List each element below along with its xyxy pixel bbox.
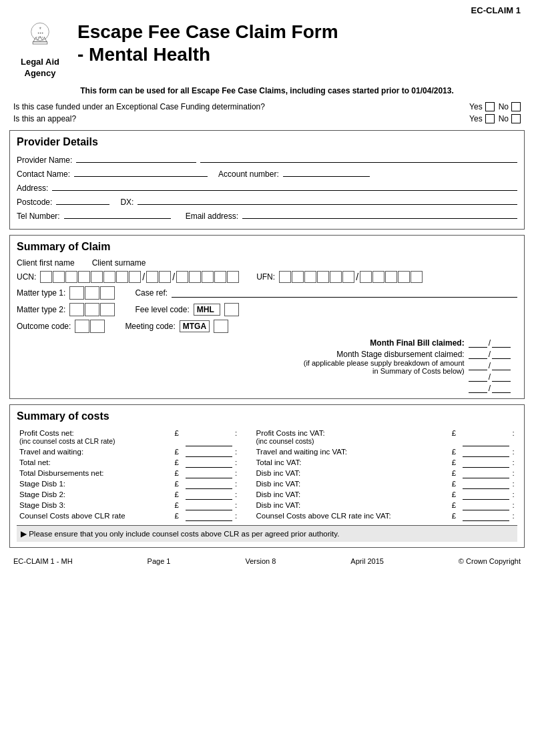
cost-val-left-5[interactable] (186, 489, 232, 500)
cost-label-left-7: Counsel Costs above CLR rate (17, 510, 172, 521)
matter1-box-3[interactable] (100, 286, 115, 300)
ufn-box-10[interactable] (398, 271, 410, 283)
ucn-box-1[interactable] (40, 271, 52, 283)
ucn-box-6[interactable] (103, 271, 115, 283)
fee-level-extra-box[interactable] (224, 303, 239, 316)
month-bill-mm[interactable] (469, 338, 487, 348)
form-ref: EC-CLAIM 1 (0, 0, 534, 15)
postcode-field[interactable] (56, 196, 109, 205)
ucn-box-13[interactable] (202, 271, 214, 283)
ecf-no-checkbox[interactable] (511, 102, 521, 111)
matter1-box-2[interactable] (85, 286, 99, 300)
stage-disb-yy1[interactable] (492, 350, 511, 359)
ufn-box-2[interactable] (292, 271, 304, 283)
meeting-code-extra-box[interactable] (214, 320, 228, 333)
cost-val-left-0[interactable] (186, 428, 232, 446)
account-number-field[interactable] (283, 167, 370, 177)
cost-val-right-1[interactable] (463, 446, 509, 457)
tel-field[interactable] (64, 210, 171, 219)
cost-val-left-7[interactable] (186, 510, 232, 521)
meeting-code-label: Meeting code: (125, 322, 175, 331)
cost-val-left-2[interactable] (186, 457, 232, 468)
month-bill-yy[interactable] (492, 338, 511, 348)
ufn-box-4[interactable] (317, 271, 329, 283)
provider-name-field2[interactable] (200, 153, 517, 163)
ucn-box-4[interactable] (78, 271, 90, 283)
cost-colon-right-0: : (509, 428, 517, 446)
cost-val-right-3[interactable] (463, 468, 509, 478)
address-field[interactable] (52, 181, 517, 191)
ecf-yes-checkbox[interactable] (485, 102, 495, 111)
provider-section-title: Provider Details (17, 136, 517, 148)
cost-val-left-1[interactable] (186, 446, 232, 457)
cost-val-right-6[interactable] (463, 500, 509, 510)
month-stage-note-part1: (if applicable please supply breakdown o… (304, 359, 465, 367)
ufn-box-7[interactable] (360, 271, 372, 283)
cost-val-right-4[interactable] (463, 478, 509, 489)
stage-disb-yy2[interactable] (492, 361, 511, 370)
case-ref-field[interactable] (172, 288, 517, 298)
cost-colon-left-2: : (232, 457, 240, 468)
appeal-question-label: Is this an appeal? (13, 114, 465, 123)
cost-val-right-0[interactable] (463, 428, 509, 446)
stage-disb-mm3[interactable] (469, 372, 487, 382)
ucn-sep1: / (142, 272, 146, 282)
matter2-box-2[interactable] (85, 303, 99, 316)
ucn-box-12[interactable] (189, 271, 201, 283)
cost-val-right-7[interactable] (463, 510, 509, 521)
meeting-code-value[interactable]: MTGA (180, 320, 210, 332)
ucn-box-15[interactable] (227, 271, 239, 283)
ufn-box-11[interactable] (411, 271, 423, 283)
stage-disb-mm1[interactable] (469, 350, 487, 359)
fee-level-value[interactable]: MHL (194, 304, 220, 316)
provider-name-field1[interactable] (76, 153, 196, 163)
appeal-no-checkbox[interactable] (511, 114, 521, 123)
month-stage-row: Month Stage disbursement claimed: (if ap… (304, 350, 511, 393)
appeal-yes-checkbox[interactable] (485, 114, 495, 123)
email-field[interactable] (242, 210, 517, 219)
postcode-label: Postcode: (17, 198, 52, 207)
cost-val-right-5[interactable] (463, 489, 509, 500)
email-label: Email address: (186, 212, 238, 221)
ucn-box-5[interactable] (91, 271, 103, 283)
cost-val-left-3[interactable] (186, 468, 232, 478)
outcome-box-2[interactable] (90, 320, 105, 333)
ucn-box-14[interactable] (214, 271, 226, 283)
contact-name-field[interactable] (74, 167, 208, 177)
ufn-box-1[interactable] (279, 271, 291, 283)
cost-sym-right-2: £ (449, 457, 463, 468)
matter1-box-1[interactable] (69, 286, 84, 300)
cost-val-left-6[interactable] (186, 500, 232, 510)
stage-disb-yy3[interactable] (492, 372, 511, 382)
ufn-box-8[interactable] (372, 271, 384, 283)
ucn-box-7[interactable] (116, 271, 128, 283)
stage-disb-mm2[interactable] (469, 361, 487, 370)
ucn-box-10[interactable] (159, 271, 171, 283)
matter2-box-3[interactable] (100, 303, 115, 316)
matter-type1-label: Matter type 1: (17, 288, 65, 298)
ucn-box-2[interactable] (53, 271, 65, 283)
ufn-box-9[interactable] (385, 271, 397, 283)
cost-label-left-3: Total Disbursements net: (17, 468, 172, 478)
ucn-box-8[interactable] (129, 271, 141, 283)
ufn-box-5[interactable] (330, 271, 342, 283)
matter2-feelevel-row: Matter type 2: Fee level code: MHL (17, 303, 517, 316)
matter2-box-1[interactable] (69, 303, 84, 316)
table-row: Travel and waiting: £ : Travel and waiti… (17, 446, 517, 457)
case-ref-label: Case ref: (135, 288, 168, 298)
stage-disb-mm4[interactable] (469, 384, 487, 393)
ucn-box-3[interactable] (65, 271, 77, 283)
cost-val-left-4[interactable] (186, 478, 232, 489)
cost-val-right-2[interactable] (463, 457, 509, 468)
header: ⚜ ✦✦✦ ✦✦✦✦✦ Legal AidAgency Escape Fee C… (0, 15, 534, 83)
ufn-box-3[interactable] (304, 271, 316, 283)
stage-disb-yy4[interactable] (492, 384, 511, 393)
dx-field[interactable] (138, 196, 517, 205)
ucn-box-11[interactable] (176, 271, 188, 283)
outcome-box-1[interactable] (75, 320, 89, 333)
claim-section: Summary of Claim Client first name Clien… (9, 235, 525, 399)
ufn-box-6[interactable] (342, 271, 354, 283)
ecf-yes-group: Yes (469, 102, 495, 111)
ucn-box-9[interactable] (146, 271, 158, 283)
org-name: Legal AidAgency (21, 57, 59, 79)
